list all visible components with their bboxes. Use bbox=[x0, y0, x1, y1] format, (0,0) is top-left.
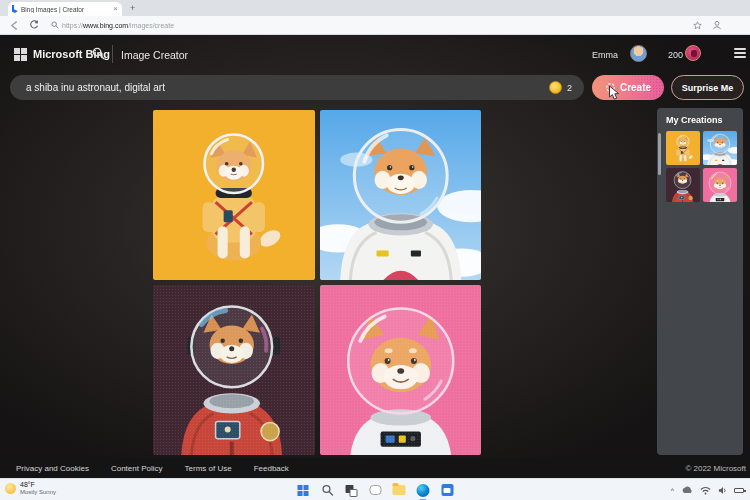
file-explorer-icon[interactable] bbox=[392, 483, 407, 498]
battery-icon[interactable] bbox=[734, 488, 744, 493]
browser-tab-strip: Bing Images | Creator × + bbox=[0, 0, 750, 16]
onedrive-icon[interactable] bbox=[681, 486, 693, 494]
windows-taskbar: 48°F Mostly Sunny ^ bbox=[0, 478, 750, 500]
chat-icon[interactable] bbox=[368, 483, 383, 498]
search-icon bbox=[51, 21, 59, 29]
generated-image-grid bbox=[153, 110, 481, 455]
header-divider bbox=[112, 45, 113, 63]
tab-title: Bing Images | Creator bbox=[21, 6, 110, 13]
footer-link-content-policy[interactable]: Content Policy bbox=[111, 464, 163, 473]
edge-icon[interactable] bbox=[416, 483, 431, 498]
boost-coin-icon bbox=[549, 81, 562, 94]
start-icon[interactable] bbox=[296, 483, 311, 498]
url-path: /images/create bbox=[128, 22, 174, 29]
footer-link-terms[interactable]: Terms of Use bbox=[185, 464, 232, 473]
weather-widget[interactable]: 48°F Mostly Sunny bbox=[5, 481, 56, 496]
bing-image-creator-page: Microsoft Bing Image Creator Emma 200 2 … bbox=[0, 35, 750, 458]
volume-icon[interactable] bbox=[718, 486, 727, 495]
prompt-input[interactable] bbox=[26, 82, 549, 93]
url-scheme: https:// bbox=[62, 22, 83, 29]
screen: Bing Images | Creator × + https://www.bi… bbox=[0, 0, 750, 500]
page-title: Image Creator bbox=[121, 49, 188, 61]
creation-thumbnails bbox=[666, 131, 737, 202]
browser-toolbar: https://www.bing.com/images/create bbox=[0, 16, 750, 35]
credits-count: 200 bbox=[668, 50, 683, 60]
wifi-icon[interactable] bbox=[700, 486, 711, 495]
tray-chevron-icon[interactable]: ^ bbox=[671, 487, 674, 494]
generated-image-3[interactable] bbox=[153, 285, 315, 455]
my-creations-title: My Creations bbox=[666, 115, 723, 125]
weather-temp: 48°F bbox=[20, 481, 56, 489]
footer-link-privacy[interactable]: Privacy and Cookies bbox=[16, 464, 89, 473]
creation-thumbnail-4[interactable] bbox=[703, 168, 737, 202]
rewards-icon[interactable] bbox=[685, 45, 701, 61]
taskbar-icons bbox=[296, 479, 455, 500]
user-avatar[interactable] bbox=[630, 45, 647, 62]
generated-image-2[interactable] bbox=[320, 110, 482, 280]
surprise-me-label: Surprise Me bbox=[682, 83, 734, 93]
menu-icon[interactable] bbox=[734, 48, 746, 58]
url-domain: www.bing.com bbox=[83, 22, 128, 29]
my-creations-panel: My Creations bbox=[657, 108, 743, 455]
creation-thumbnail-2[interactable] bbox=[703, 131, 737, 165]
microsoft-logo bbox=[14, 48, 27, 61]
browser-profile-icon[interactable] bbox=[712, 20, 722, 30]
footer-link-feedback[interactable]: Feedback bbox=[254, 464, 289, 473]
generated-image-1[interactable] bbox=[153, 110, 315, 280]
refresh-icon[interactable] bbox=[29, 20, 39, 30]
address-bar[interactable]: https://www.bing.com/images/create bbox=[51, 21, 693, 29]
user-name: Emma bbox=[592, 50, 618, 60]
page-footer: Privacy and Cookies Content Policy Terms… bbox=[0, 458, 750, 478]
surprise-me-button[interactable]: Surprise Me bbox=[671, 75, 744, 100]
weather-desc: Mostly Sunny bbox=[20, 489, 56, 496]
new-tab-button[interactable]: + bbox=[130, 3, 135, 13]
create-button-label: Create bbox=[620, 82, 651, 93]
sidebar-scrollbar[interactable] bbox=[658, 133, 661, 175]
browser-tab[interactable]: Bing Images | Creator × bbox=[8, 2, 122, 16]
store-icon[interactable] bbox=[440, 483, 455, 498]
header-search-icon[interactable] bbox=[92, 47, 105, 60]
boost-count: 2 bbox=[567, 83, 572, 93]
mouse-cursor bbox=[608, 85, 622, 101]
taskbar-search-icon[interactable] bbox=[320, 483, 335, 498]
close-tab-icon[interactable]: × bbox=[113, 5, 118, 13]
copyright-text: © 2022 Microsoft bbox=[685, 464, 746, 473]
prompt-bar: 2 bbox=[10, 75, 584, 100]
weather-sun-icon bbox=[5, 483, 16, 494]
task-view-icon[interactable] bbox=[344, 483, 359, 498]
generated-image-4[interactable] bbox=[320, 285, 482, 455]
bing-favicon bbox=[12, 5, 18, 13]
system-tray: ^ bbox=[671, 479, 744, 500]
favorite-star-icon[interactable] bbox=[693, 21, 702, 30]
creation-thumbnail-3[interactable] bbox=[666, 168, 700, 202]
back-icon[interactable] bbox=[10, 21, 19, 30]
creation-thumbnail-1[interactable] bbox=[666, 131, 700, 165]
create-button[interactable]: Create bbox=[592, 75, 664, 100]
